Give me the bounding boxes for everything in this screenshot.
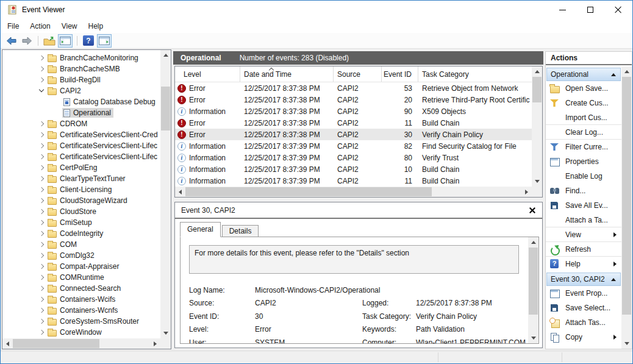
scroll-down-button[interactable] bbox=[160, 328, 171, 338]
tree-item[interactable]: CloudStore bbox=[2, 206, 160, 217]
action-item[interactable]: View bbox=[546, 227, 621, 242]
action-item[interactable]: Enable Log bbox=[546, 169, 621, 184]
chevron-icon[interactable] bbox=[38, 230, 46, 237]
scroll-up-button[interactable] bbox=[532, 66, 542, 77]
event-row[interactable]: Information 12/25/2017 8:37:38 PM CAPI2 … bbox=[175, 105, 532, 117]
chevron-icon[interactable] bbox=[38, 285, 46, 291]
scroll-up-button[interactable] bbox=[621, 66, 632, 77]
action-item[interactable]: Save Select... bbox=[546, 301, 621, 315]
action-item[interactable]: Filter Curre... bbox=[546, 140, 621, 154]
scroll-up-button[interactable] bbox=[160, 50, 171, 60]
chevron-icon[interactable] bbox=[38, 121, 46, 127]
chevron-icon[interactable] bbox=[38, 55, 46, 61]
chevron-icon[interactable] bbox=[54, 110, 62, 116]
tree-item[interactable]: Client-Licensing bbox=[2, 184, 160, 195]
action-item[interactable]: Open Save... bbox=[546, 81, 621, 96]
chevron-icon[interactable] bbox=[38, 263, 46, 269]
menu-item[interactable]: View bbox=[56, 20, 83, 32]
scroll-down-button[interactable] bbox=[532, 176, 542, 187]
detail-tab[interactable]: Details bbox=[222, 225, 259, 237]
scroll-down-button[interactable] bbox=[621, 338, 632, 349]
scrollbar-thumb[interactable] bbox=[622, 77, 631, 315]
scroll-left-button[interactable] bbox=[175, 187, 185, 197]
event-row[interactable]: Error 12/25/2017 8:37:38 PM CAPI2 20 Ret… bbox=[175, 94, 532, 105]
tree-item[interactable]: Connected-Search bbox=[2, 283, 160, 294]
event-row[interactable]: Error 12/25/2017 8:37:38 PM CAPI2 30 Ver… bbox=[175, 129, 532, 140]
tree-item[interactable]: CertificateServicesClient-Cred bbox=[2, 129, 160, 140]
scroll-up-button[interactable] bbox=[528, 237, 538, 248]
action-item[interactable]: Refresh bbox=[546, 242, 621, 257]
chevron-icon[interactable] bbox=[38, 329, 46, 335]
tree-item[interactable]: BranchCacheMonitoring bbox=[2, 52, 160, 63]
action-item[interactable]: Attach a Ta... bbox=[546, 213, 621, 227]
actions-section-header-operational[interactable]: Operational bbox=[546, 68, 621, 81]
chevron-icon[interactable] bbox=[54, 99, 62, 105]
action-item[interactable]: Find... bbox=[546, 184, 621, 198]
scrollbar-thumb[interactable] bbox=[185, 187, 432, 196]
scrollbar-thumb[interactable] bbox=[529, 248, 538, 315]
tree-item[interactable]: Operational bbox=[2, 107, 160, 118]
tree-item[interactable]: CDROM bbox=[2, 118, 160, 129]
scroll-down-button[interactable] bbox=[528, 333, 538, 343]
event-row[interactable]: Information 12/25/2017 8:37:39 PM CAPI2 … bbox=[175, 140, 532, 152]
tree-item[interactable]: BranchCacheSMB bbox=[2, 63, 160, 74]
action-item[interactable]: Help bbox=[546, 257, 621, 271]
action-item[interactable]: Attach Tas... bbox=[546, 315, 621, 330]
tree-item[interactable]: COMRuntime bbox=[2, 272, 160, 283]
action-item[interactable]: Copy bbox=[546, 330, 621, 344]
chevron-icon[interactable] bbox=[38, 241, 46, 248]
actions-vertical-scrollbar[interactable] bbox=[621, 66, 632, 349]
scrollbar-thumb[interactable] bbox=[532, 77, 542, 102]
tree-horizontal-scrollbar[interactable] bbox=[2, 338, 160, 349]
tree-item[interactable]: Containers-Wcifs bbox=[2, 294, 160, 305]
close-button[interactable] bbox=[604, 1, 632, 19]
tree-item[interactable]: Catalog Database Debug bbox=[2, 96, 160, 107]
column-header[interactable]: Level bbox=[175, 66, 240, 82]
scroll-right-button[interactable] bbox=[150, 338, 160, 349]
column-header[interactable]: Source bbox=[334, 66, 382, 82]
event-row[interactable]: Information 12/25/2017 8:37:39 PM CAPI2 … bbox=[175, 163, 532, 175]
tree-vertical-scrollbar[interactable] bbox=[160, 50, 171, 338]
tree-item[interactable]: CertPolEng bbox=[2, 162, 160, 173]
chevron-icon[interactable] bbox=[38, 77, 46, 83]
tree-item[interactable]: CoreSystem-SmsRouter bbox=[2, 316, 160, 327]
chevron-icon[interactable] bbox=[38, 318, 46, 324]
scroll-right-button[interactable] bbox=[521, 187, 532, 197]
menu-item[interactable]: Action bbox=[24, 20, 55, 32]
column-header[interactable]: Date and Time bbox=[240, 66, 334, 82]
column-header[interactable]: Task Category bbox=[418, 66, 532, 82]
event-row[interactable]: Error 12/25/2017 8:37:38 PM CAPI2 53 Ret… bbox=[175, 82, 532, 94]
detail-vertical-scrollbar[interactable] bbox=[528, 237, 538, 343]
help-button[interactable] bbox=[82, 34, 95, 48]
action-item[interactable]: Import Cus... bbox=[546, 110, 621, 125]
tree-item[interactable]: CloudStorageWizard bbox=[2, 195, 160, 206]
scrollbar-thumb[interactable] bbox=[13, 339, 99, 348]
chevron-icon[interactable] bbox=[38, 209, 46, 215]
action-item[interactable]: Create Cus... bbox=[546, 96, 621, 110]
chevron-icon[interactable] bbox=[38, 307, 46, 313]
chevron-icon[interactable] bbox=[38, 198, 46, 204]
chevron-icon[interactable] bbox=[38, 296, 46, 302]
tree-item[interactable]: CertificateServicesClient-Lifec bbox=[2, 140, 160, 151]
chevron-icon[interactable] bbox=[38, 252, 46, 259]
chevron-icon[interactable] bbox=[38, 143, 46, 149]
export-log-button[interactable] bbox=[43, 34, 56, 48]
menu-item[interactable]: Help bbox=[83, 20, 109, 32]
event-row[interactable]: Information 12/25/2017 8:37:39 PM CAPI2 … bbox=[175, 152, 532, 163]
chevron-icon[interactable] bbox=[38, 176, 46, 182]
actions-section-header-event[interactable]: Event 30, CAPI2 bbox=[546, 273, 621, 286]
action-item[interactable]: Properties bbox=[546, 154, 621, 169]
detail-tab[interactable]: General bbox=[180, 222, 221, 237]
event-row[interactable]: Error 12/25/2017 8:37:38 PM CAPI2 11 Bui… bbox=[175, 117, 532, 129]
action-pane-toggle-button[interactable] bbox=[97, 34, 112, 48]
action-item[interactable]: Clear Log... bbox=[546, 125, 621, 140]
tree-item[interactable]: ComDlg32 bbox=[2, 250, 160, 261]
chevron-icon[interactable] bbox=[38, 274, 46, 280]
chevron-icon[interactable] bbox=[38, 219, 46, 226]
action-item[interactable]: Event Prop... bbox=[546, 286, 621, 301]
chevron-icon[interactable] bbox=[38, 66, 46, 72]
tree-item[interactable]: Compat-Appraiser bbox=[2, 261, 160, 272]
maximize-button[interactable] bbox=[576, 1, 604, 19]
events-vertical-scrollbar[interactable] bbox=[532, 66, 542, 187]
close-detail-button[interactable] bbox=[528, 207, 536, 214]
